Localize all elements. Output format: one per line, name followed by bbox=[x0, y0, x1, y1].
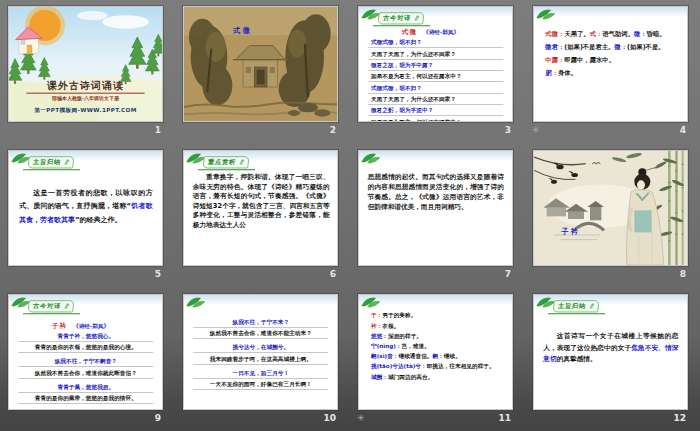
poem-cover-title: 子衿 bbox=[561, 227, 580, 237]
slide-thumbnail-11[interactable]: 子：男子的美称。 衿：衣领。 悠悠：深思的样子。 宁(nìng)：岂，难道。 嗣… bbox=[358, 294, 513, 410]
ink-painting-lady bbox=[534, 151, 687, 265]
section-banner-label: 重点赏析 bbox=[208, 158, 237, 167]
slide-thumbnail-6[interactable]: 重点赏析 ✎ 重章换字，押韵和谐。体现了一唱三叹、余味无穷的特色。体现了《诗经》… bbox=[183, 150, 338, 266]
slide-cell-12: 主旨归纳 ✎ 这首诗写一个女子在城楼上等候她的恋人，表现了这位热恋中的女子焦急不… bbox=[533, 294, 686, 428]
translation-line: 纵然我不曾去会你，难道你就此断音信？ bbox=[18, 368, 153, 378]
poem-title: 式微 bbox=[402, 27, 417, 35]
slide-top-gradient bbox=[184, 295, 337, 305]
slide-number: 10 bbox=[323, 413, 336, 423]
poem-line: 微君之躬，胡为乎泥中？ bbox=[368, 106, 503, 116]
slide-top-gradient bbox=[359, 295, 512, 305]
analysis-paragraph-continued: 思想感情的起伏。而其句式的选择又是随着诗的内容和思想感情而灵活变化的，增强了诗的… bbox=[368, 172, 504, 211]
slide-cell-9: 古今对译 ✎ 子衿 《诗经·郑风》 青青子衿，悠悠我心。 青青的是你的衣领，悠悠… bbox=[8, 294, 161, 428]
deck-subtitle: 部编本人教版·八年级语文下册 bbox=[9, 96, 162, 102]
pencil-icon: ✎ bbox=[412, 14, 420, 22]
translation-line: 青青的是你的衣领，悠悠的是我的心境。 bbox=[18, 342, 153, 352]
poem-line: 纵我不往，子宁不嗣音？ bbox=[18, 357, 153, 367]
pencil-icon: ✎ bbox=[237, 158, 245, 166]
annotation-line: 嗣(sì)音：继续通音信。嗣：继续。 bbox=[371, 351, 505, 361]
slide-cell-4: 式微：天黑了。式：语气助词。微：昏暗。 微君：(如果)不是君主。微：(如果)不是… bbox=[533, 6, 686, 140]
leaf-icon bbox=[536, 8, 557, 20]
annotation-line: 微君：(如果)不是君主。微：(如果)不是。 bbox=[545, 41, 679, 54]
translation-block: 式微式微，胡不归？ 天黑了天黑了，为什么还不回家？ 微君之故，胡为乎中露？ 如果… bbox=[368, 38, 503, 122]
slide-number: 4 bbox=[680, 125, 686, 135]
ink-painting-hut bbox=[184, 7, 337, 121]
title-slide-artwork bbox=[9, 7, 162, 121]
slide-thumbnail-8[interactable]: 子衿 bbox=[533, 150, 688, 266]
poem-source: 《诗经·郑风》 bbox=[73, 322, 109, 329]
section-banner: 重点赏析 ✎ bbox=[203, 156, 250, 168]
animation-star-icon[interactable]: ✳ bbox=[532, 125, 540, 135]
title-underline bbox=[26, 93, 144, 94]
slide-number: 1 bbox=[155, 125, 161, 135]
poem-cover-title: 式微 bbox=[233, 26, 253, 36]
section-banner-label: 主旨归纳 bbox=[558, 302, 587, 311]
section-banner-label: 古今对译 bbox=[383, 14, 412, 23]
poem-line: 式微式微，胡不归？ bbox=[368, 83, 503, 93]
annotation-block: 式微：天黑了。式：语气助词。微：昏暗。 微君：(如果)不是君主。微：(如果)不是… bbox=[545, 28, 679, 80]
annotation-line: 悠悠：深思的样子。 bbox=[371, 331, 505, 341]
slide-number: 2 bbox=[330, 125, 336, 135]
pencil-icon: ✎ bbox=[62, 158, 70, 166]
translation-line: 我来回踱着步子呵，在这高高城楼上啊。 bbox=[193, 354, 328, 364]
slide-thumbnail-1[interactable]: 课外古诗词诵读 部编本人教版·八年级语文下册 第一PPT模板网-WWW.1PPT… bbox=[8, 6, 163, 122]
translation-line: 一天不见你的面呵，好像已有三月长啊！ bbox=[193, 380, 328, 390]
translation-line: 纵然我不曾去会你，难道你不能主动来？ bbox=[193, 328, 328, 338]
annotation-line: 中露：即露中，露水中。 bbox=[545, 54, 679, 67]
slide-sorter: 课外古诗词诵读 部编本人教版·八年级语文下册 第一PPT模板网-WWW.1PPT… bbox=[0, 0, 700, 431]
annotation-line: 躬：身体。 bbox=[545, 67, 679, 80]
section-banner: 主旨归纳 ✎ bbox=[28, 156, 75, 168]
slide-number: 9 bbox=[155, 413, 161, 423]
poem-line: 微君之故，胡为乎中露？ bbox=[368, 60, 503, 70]
slide-thumbnail-7[interactable]: 思想感情的起伏。而其句式的选择又是随着诗的内容和思想感情而灵活变化的，增强了诗的… bbox=[358, 150, 513, 266]
slide-cell-11: 子：男子的美称。 衿：衣领。 悠悠：深思的样子。 宁(nìng)：岂，难道。 嗣… bbox=[358, 294, 511, 428]
summary-paragraph: 这首诗写一个女子在城楼上等候她的恋人，表现了这位热恋中的女子焦急不安、情深意切的… bbox=[543, 330, 678, 366]
slide-thumbnail-9[interactable]: 古今对译 ✎ 子衿 《诗经·郑风》 青青子衿，悠悠我心。 青青的是你的衣领，悠悠… bbox=[8, 294, 163, 410]
slide-cell-8: 子衿 8 bbox=[533, 150, 686, 284]
slide-thumbnail-5[interactable]: 主旨归纳 ✎ 这是一首劳役者的悲歌，以咏叹的方式、质问的语气，直抒胸臆，堪称“饥… bbox=[8, 150, 163, 266]
poem-title-row: 式微 《诗经·邶风》 bbox=[359, 27, 502, 36]
section-banner-label: 主旨归纳 bbox=[33, 158, 62, 167]
slide-thumbnail-2[interactable]: 式微 bbox=[183, 6, 338, 122]
annotation-line: 式微：天黑了。式：语气助词。微：昏暗。 bbox=[545, 28, 679, 41]
section-banner: 古今对译 ✎ bbox=[28, 300, 75, 312]
slide-cell-6: 重点赏析 ✎ 重章换字，押韵和谐。体现了一唱三叹、余味无穷的特色。体现了《诗经》… bbox=[183, 150, 336, 284]
leaf-icon bbox=[361, 152, 382, 164]
slide-number: 8 bbox=[680, 269, 686, 279]
section-banner: 主旨归纳 ✎ bbox=[553, 300, 600, 312]
translation-block: 青青子衿，悠悠我心。 青青的是你的衣领，悠悠的是我的心境。 纵我不往，子宁不嗣音… bbox=[18, 331, 153, 408]
translation-line: 如果不是为君主，何以还在露水中？ bbox=[368, 72, 503, 82]
translation-line: 天黑了天黑了，为什么还不回家？ bbox=[368, 49, 503, 59]
slide-thumbnail-4[interactable]: 式微：天黑了。式：语气助词。微：昏暗。 微君：(如果)不是君主。微：(如果)不是… bbox=[533, 6, 688, 122]
animation-star-icon[interactable]: ✳ bbox=[357, 413, 365, 423]
slide-number: 5 bbox=[155, 269, 161, 279]
poem-line: 式微式微，胡不归？ bbox=[368, 38, 503, 48]
slide-number: 3 bbox=[505, 125, 511, 135]
deck-title: 课外古诗词诵读 bbox=[9, 79, 162, 93]
slide-thumbnail-3[interactable]: 古今对译 ✎ 式微 《诗经·邶风》 式微式微，胡不归？ 天黑了天黑了，为什么还不… bbox=[358, 6, 513, 122]
slide-top-gradient bbox=[359, 151, 512, 161]
slide-thumbnail-12[interactable]: 主旨归纳 ✎ 这首诗写一个女子在城楼上等候她的恋人，表现了这位热恋中的女子焦急不… bbox=[533, 294, 688, 410]
slide-cell-3: 古今对译 ✎ 式微 《诗经·邶风》 式微式微，胡不归？ 天黑了天黑了，为什么还不… bbox=[358, 6, 511, 140]
slide-cell-5: 主旨归纳 ✎ 这是一首劳役者的悲歌，以咏叹的方式、质问的语气，直抒胸臆，堪称“饥… bbox=[8, 150, 161, 284]
section-banner: 古今对译 ✎ bbox=[378, 12, 425, 24]
annotation-line: 宁(nìng)：岂，难道。 bbox=[371, 341, 505, 351]
annotation-line: 城阙：城门两边的高台。 bbox=[371, 372, 505, 382]
slide-thumbnail-10[interactable]: 纵我不往，子宁不来？ 纵然我不曾去会你，难道你不能主动来？ 挑兮达兮，在城阙兮。… bbox=[183, 294, 338, 410]
poem-title: 子衿 bbox=[52, 321, 67, 329]
annotation-block: 子：男子的美称。 衿：衣领。 悠悠：深思的样子。 宁(nìng)：岂，难道。 嗣… bbox=[371, 310, 505, 381]
summary-paragraph: 这是一首劳役者的悲歌，以咏叹的方式、质问的语气，直抒胸臆，堪称“饥者歌其食，劳者… bbox=[19, 186, 153, 227]
poem-line: 挑兮达兮，在城阙兮。 bbox=[193, 343, 328, 353]
translation-block: 纵我不往，子宁不来？ 纵然我不曾去会你，难道你不能主动来？ 挑兮达兮，在城阙兮。… bbox=[193, 317, 328, 394]
pencil-icon: ✎ bbox=[62, 302, 70, 310]
slide-number: 11 bbox=[498, 413, 511, 423]
slide-cell-2: 式微 2 bbox=[183, 6, 336, 140]
poem-line: 青青子佩，悠悠我思。 bbox=[18, 382, 153, 392]
poem-line: 纵我不往，子宁不来？ bbox=[193, 317, 328, 327]
pencil-icon: ✎ bbox=[587, 302, 595, 310]
poem-line: 青青子衿，悠悠我心。 bbox=[18, 331, 153, 341]
slide-number: 6 bbox=[330, 269, 336, 279]
leaf-icon bbox=[361, 296, 382, 308]
annotation-line: 挑(tāo)兮达(tà)兮：即挑达，往来相见的样子。 bbox=[371, 361, 505, 371]
slide-cell-1: 课外古诗词诵读 部编本人教版·八年级语文下册 第一PPT模板网-WWW.1PPT… bbox=[8, 6, 161, 140]
